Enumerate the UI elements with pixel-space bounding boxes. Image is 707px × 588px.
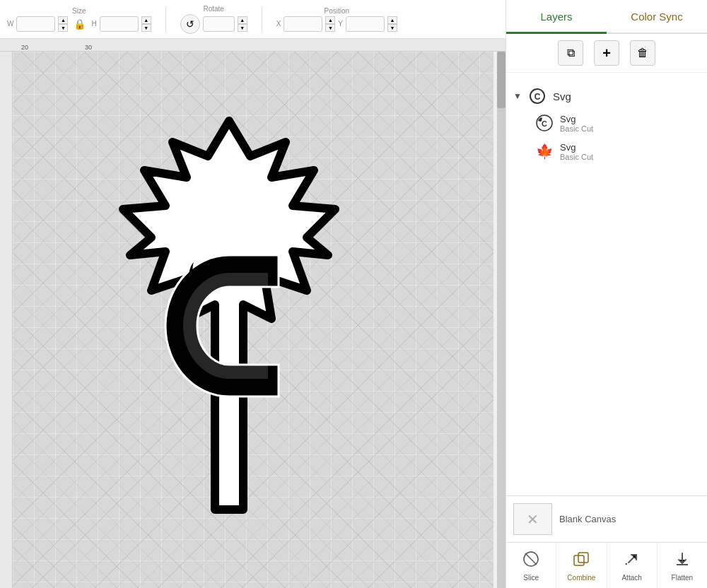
blank-canvas-x-icon: ✕ — [527, 511, 539, 528]
blank-canvas-label: Blank Canvas — [559, 514, 616, 524]
layer-item-type-2: Basic Cut — [560, 153, 593, 161]
layer-group-header[interactable]: ▼ C Svg — [513, 83, 700, 109]
width-spinner[interactable]: ▲ ▼ — [58, 16, 68, 32]
x-up[interactable]: ▲ — [325, 16, 335, 24]
delete-button[interactable]: 🗑 — [630, 40, 655, 66]
slice-tool[interactable]: Slice — [506, 543, 556, 588]
layer-group-icon: C — [527, 86, 547, 106]
width-input[interactable] — [16, 16, 55, 32]
svg-line-6 — [525, 553, 537, 565]
ruler-mark-20: 20 — [21, 44, 28, 51]
divider-1 — [165, 7, 166, 32]
panel-toolbar: ⧉ + 🗑 — [506, 34, 707, 73]
y-spinner[interactable]: ▲ ▼ — [387, 16, 397, 32]
height-up[interactable]: ▲ — [141, 16, 151, 24]
svg-text:🍁: 🍁 — [536, 143, 554, 160]
combine-tool[interactable]: Combine — [556, 543, 607, 588]
canvas-area[interactable] — [13, 52, 493, 588]
add-icon: + — [602, 45, 611, 61]
bottom-toolbar: Slice Combine Attach — [506, 542, 707, 588]
height-input[interactable] — [100, 16, 139, 32]
height-down[interactable]: ▼ — [141, 24, 151, 32]
layer-item-name-2: Svg — [560, 142, 593, 153]
ruler-mark-30: 30 — [85, 44, 92, 51]
combine-icon — [572, 550, 590, 572]
size-label: Size — [72, 7, 86, 15]
rotate-spinner[interactable]: ▲ ▼ — [238, 16, 247, 32]
rotate-down[interactable]: ▼ — [238, 24, 247, 32]
svg-text:C: C — [534, 92, 541, 102]
blank-canvas-area: ✕ Blank Canvas — [506, 495, 707, 542]
delete-icon: 🗑 — [637, 47, 648, 59]
svg-rect-8 — [578, 553, 588, 563]
height-spinner[interactable]: ▲ ▼ — [141, 16, 151, 32]
x-input[interactable] — [284, 16, 322, 32]
width-up[interactable]: ▲ — [58, 16, 68, 24]
width-down[interactable]: ▼ — [58, 24, 68, 32]
slice-icon — [522, 550, 540, 572]
layer-item-info-2: Svg Basic Cut — [560, 142, 593, 161]
y-up[interactable]: ▲ — [387, 16, 397, 24]
layer-group-svg: ▼ C Svg C — [506, 80, 707, 169]
lock-icon: 🔒 — [74, 18, 86, 30]
layers-list: ▼ C Svg C — [506, 73, 707, 495]
attach-icon — [623, 550, 641, 572]
scrollbar-thumb[interactable] — [497, 52, 506, 108]
panel-tabs: Layers Color Sync — [506, 0, 707, 34]
vertical-scrollbar[interactable] — [497, 52, 506, 588]
position-label: Position — [325, 7, 350, 15]
layer-item-icon-2: 🍁 — [534, 141, 554, 161]
w-label: W — [7, 20, 13, 28]
add-button[interactable]: + — [594, 40, 619, 66]
duplicate-icon: ⧉ — [567, 47, 575, 59]
layer-group-name: Svg — [553, 90, 571, 102]
rotate-ccw-button[interactable]: ↺ — [180, 14, 200, 34]
flatten-tool[interactable]: Flatten — [658, 543, 707, 588]
position-group: Position X ▲ ▼ Y ▲ ▼ — [276, 7, 397, 32]
rotate-group: Rotate ↺ ▲ ▼ — [180, 5, 247, 34]
x-down[interactable]: ▼ — [325, 24, 335, 32]
layer-item-type-1: Basic Cut — [560, 124, 593, 133]
svg-text:C: C — [542, 119, 547, 128]
collapse-arrow-icon: ▼ — [513, 91, 522, 101]
layer-item-icon-1: C — [534, 113, 554, 133]
size-group: Size W ▲ ▼ 🔒 H ▲ ▼ — [7, 7, 151, 32]
flatten-icon — [673, 550, 691, 572]
x-label: X — [276, 20, 281, 28]
main-toolbar: Size W ▲ ▼ 🔒 H ▲ ▼ Rotate ↺ ▲ ▼ — [0, 0, 506, 39]
right-panel: Layers Color Sync ⧉ + 🗑 ▼ C — [506, 0, 707, 588]
x-spinner[interactable]: ▲ ▼ — [325, 16, 335, 32]
tab-color-sync[interactable]: Color Sync — [607, 1, 707, 34]
layer-item-info-1: Svg Basic Cut — [560, 114, 593, 133]
y-down[interactable]: ▼ — [387, 24, 397, 32]
svg-rect-7 — [574, 555, 584, 565]
blank-canvas-preview: ✕ — [513, 503, 552, 535]
slice-label: Slice — [523, 574, 539, 582]
layer-children: C Svg Basic Cut 🍁 — [513, 109, 700, 165]
y-input[interactable] — [346, 16, 385, 32]
tab-layers[interactable]: Layers — [506, 1, 607, 34]
list-item[interactable]: 🍁 Svg Basic Cut — [534, 137, 700, 165]
divider-2 — [262, 7, 262, 32]
ruler-top: 20 30 — [0, 39, 506, 52]
flatten-label: Flatten — [672, 574, 694, 582]
rotate-up[interactable]: ▲ — [238, 16, 247, 24]
y-label: Y — [338, 20, 343, 28]
ruler-left — [0, 52, 13, 588]
layer-item-name-1: Svg — [560, 114, 593, 124]
duplicate-button[interactable]: ⧉ — [558, 40, 583, 66]
rotate-label: Rotate — [203, 5, 223, 13]
attach-tool[interactable]: Attach — [607, 543, 658, 588]
combine-label: Combine — [567, 574, 595, 582]
attach-label: Attach — [621, 574, 641, 582]
list-item[interactable]: C Svg Basic Cut — [534, 109, 700, 137]
h-label: H — [91, 20, 96, 28]
canvas-artwork — [52, 100, 406, 541]
rotate-input[interactable] — [203, 16, 235, 32]
